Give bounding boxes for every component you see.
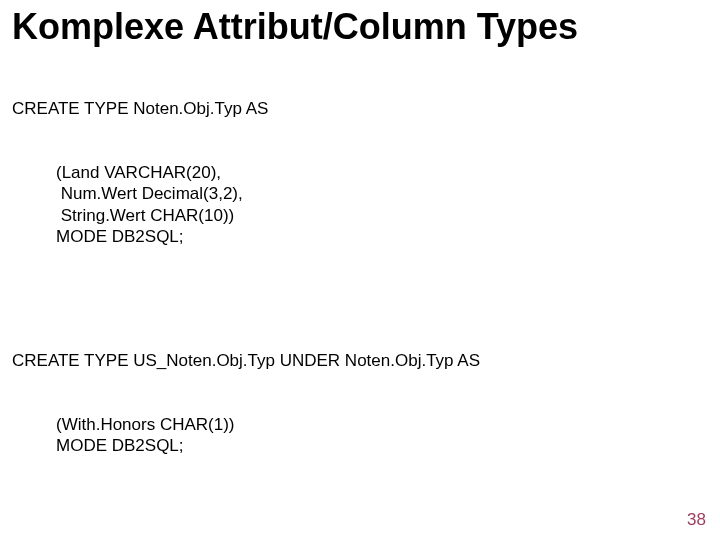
slide-title: Komplexe Attribut/Column Types [12, 8, 708, 46]
code-block-1: CREATE TYPE Noten.Obj.Typ AS (Land VARCH… [12, 56, 708, 290]
code-line: MODE DB2SQL; [56, 435, 708, 456]
code-line: CREATE TYPE US_Noten.Obj.Typ UNDER Noten… [12, 350, 708, 371]
code-block-3: CREATE TYPE D_Noten.Obj.Typ UNDER Noten.… [12, 517, 708, 540]
code-line: MODE DB2SQL; [56, 226, 708, 247]
page-number: 38 [687, 510, 706, 530]
code-line: Num.Wert Decimal(3,2), [56, 183, 708, 204]
slide: Komplexe Attribut/Column Types CREATE TY… [0, 0, 720, 540]
code-line: String.Wert CHAR(10)) [56, 205, 708, 226]
code-line: (With.Honors CHAR(1)) [56, 414, 708, 435]
code-block-2: CREATE TYPE US_Noten.Obj.Typ UNDER Noten… [12, 308, 708, 499]
code-line: CREATE TYPE Noten.Obj.Typ AS [12, 98, 708, 119]
code-line: (Land VARCHAR(20), [56, 162, 708, 183]
code-indent: (With.Honors CHAR(1))MODE DB2SQL; [12, 414, 708, 457]
code-indent: (Land VARCHAR(20), Num.Wert Decimal(3,2)… [12, 162, 708, 247]
